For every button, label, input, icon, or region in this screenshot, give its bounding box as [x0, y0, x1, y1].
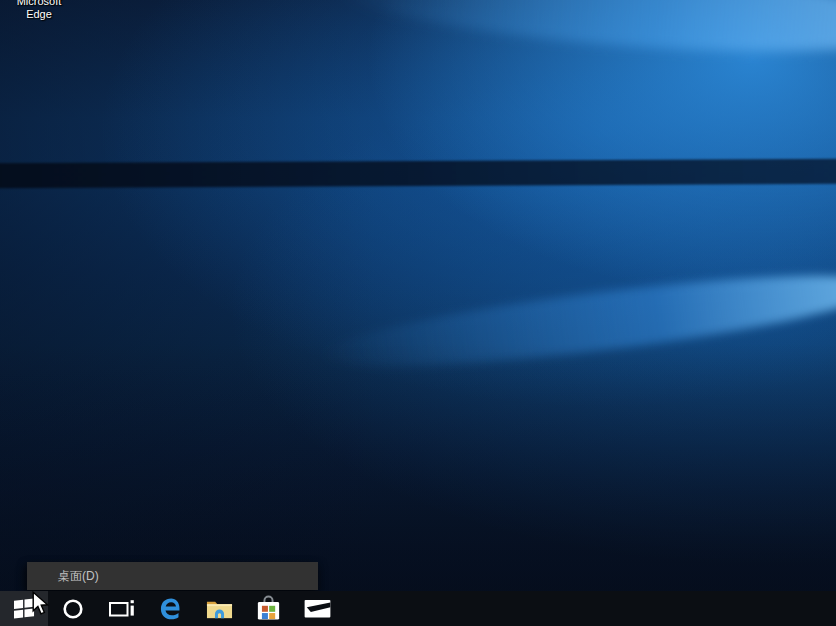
context-menu-item-desktop[interactable]: 桌面(D) [27, 562, 318, 590]
desktop-icon-microsoft-edge[interactable]: Microsoft Edge [7, 0, 71, 21]
context-menu: 桌面(D) [27, 562, 318, 590]
start-button[interactable] [0, 591, 48, 626]
wallpaper-light-beam-top [332, 0, 836, 67]
mail-button[interactable] [293, 591, 342, 626]
file-explorer-folder-icon [206, 598, 233, 620]
windows-logo-icon [14, 598, 35, 619]
file-explorer-button[interactable] [195, 591, 244, 626]
edge-e-icon [158, 596, 184, 622]
cortana-button[interactable] [48, 591, 97, 626]
task-view-icon [108, 599, 135, 618]
microsoft-edge-button[interactable] [146, 591, 195, 626]
wallpaper-light-beam-mid [316, 258, 836, 385]
wallpaper-dark-band [0, 159, 836, 189]
mail-envelope-icon [303, 598, 332, 619]
desktop-wallpaper: Microsoft Edge [0, 0, 836, 591]
wallpaper-bottom-shade [0, 0, 836, 591]
taskbar [0, 591, 836, 626]
cortana-circle-icon [62, 598, 84, 620]
task-view-button[interactable] [97, 591, 146, 626]
windows-desktop-screen: Microsoft Edge 桌面(D) [0, 0, 836, 626]
store-button[interactable] [244, 591, 293, 626]
store-bag-icon [254, 594, 283, 623]
